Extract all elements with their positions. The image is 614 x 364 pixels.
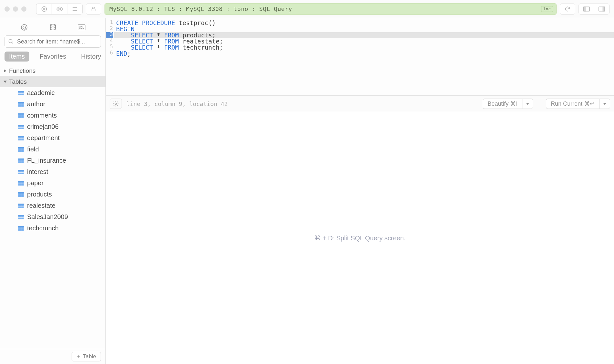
eye-icon [56, 5, 63, 13]
run-group: Run Current ⌘↩ [546, 99, 610, 109]
add-table-button[interactable]: Table [72, 352, 101, 361]
sql-editor[interactable]: 123456 CREATE PROCEDURE testproc()BEGIN … [106, 18, 614, 95]
beautify-button[interactable]: Beautify ⌘I [483, 99, 522, 109]
table-icon [18, 192, 24, 197]
toolbar-close-button[interactable] [36, 4, 52, 14]
connection-string: MySQL 8.0.12 : TLS : MySQL 3308 : tono :… [109, 5, 292, 12]
table-name: interest [27, 168, 48, 176]
table-name: academic [27, 89, 55, 97]
table-name: paper [27, 179, 44, 187]
table-item[interactable]: techcrunch [18, 223, 105, 234]
code-line[interactable]: END; [114, 51, 614, 57]
tree-section-tables[interactable]: Tables [0, 76, 105, 87]
svg-rect-46 [18, 161, 24, 161]
editor-code[interactable]: CREATE PROCEDURE testproc()BEGIN SELECT … [114, 18, 614, 95]
beautify-menu-button[interactable] [522, 99, 533, 109]
svg-point-1 [59, 8, 61, 10]
editor-status-bar: line 3, column 9, location 42 Beautify ⌘… [106, 95, 614, 112]
table-name: author [27, 101, 45, 108]
search-input[interactable] [16, 38, 97, 45]
sidebar-tab-items[interactable]: Items [5, 52, 29, 62]
table-item[interactable]: author [18, 99, 105, 110]
svg-rect-56 [18, 183, 24, 184]
app-window: MySQL 8.0.12 : TLS : MySQL 3308 : tono :… [0, 0, 614, 364]
sidebar-tab-favorites[interactable]: Favorites [35, 52, 71, 62]
traffic-zoom[interactable] [21, 6, 26, 12]
traffic-minimize[interactable] [13, 6, 18, 12]
sidebar-mode-icons: SQL [0, 18, 105, 35]
table-item[interactable]: SalesJan2009 [18, 211, 105, 223]
sidebar-tree: Functions Tables academicauthorcommentsc… [0, 65, 105, 349]
table-item[interactable]: FL_insurance [18, 155, 105, 166]
svg-rect-36 [18, 138, 24, 139]
search-field[interactable] [5, 35, 101, 48]
table-icon [18, 102, 24, 107]
tree-section-label: Functions [9, 67, 35, 74]
run-label: Run Current ⌘↩ [551, 100, 595, 107]
table-item[interactable]: paper [18, 177, 105, 189]
table-item[interactable]: comments [18, 110, 105, 121]
search-icon [8, 39, 14, 44]
svg-point-77 [115, 103, 117, 105]
table-item[interactable]: interest [18, 166, 105, 177]
sidebar-search-wrap [0, 35, 105, 52]
main-area: 123456 CREATE PROCEDURE testproc()BEGIN … [106, 18, 614, 364]
svg-rect-41 [18, 149, 24, 150]
cursor-location: line 3, column 9, location 42 [126, 101, 228, 107]
svg-rect-58 [18, 192, 24, 194]
code-line[interactable]: SELECT * FROM techcrunch; [114, 44, 614, 51]
svg-rect-33 [18, 136, 24, 137]
table-name: department [27, 134, 60, 142]
database-icon [49, 24, 57, 31]
svg-rect-71 [18, 217, 24, 217]
sidebar-tab-history[interactable]: History [76, 52, 105, 62]
table-item[interactable]: crimejan06 [18, 121, 105, 132]
chevron-down-icon [603, 102, 607, 106]
table-icon [18, 147, 24, 152]
table-icon [18, 204, 24, 208]
toolbar-left-pane-button[interactable] [579, 4, 594, 14]
results-pane: ⌘ + D: Split SQL Query screen. [106, 112, 614, 364]
toolbar-list-button[interactable] [67, 4, 83, 14]
table-name: crimejan06 [27, 123, 59, 130]
tree-section-label: Tables [9, 78, 27, 85]
sidebar-mode-database[interactable] [46, 23, 59, 32]
table-icon [18, 91, 24, 95]
table-name: techcrunch [27, 225, 59, 232]
toolbar-preview-button[interactable] [52, 4, 67, 14]
table-item[interactable]: field [18, 144, 105, 155]
connection-tag: loc [541, 6, 553, 12]
traffic-close[interactable] [5, 6, 10, 12]
run-button[interactable]: Run Current ⌘↩ [546, 99, 599, 109]
sidebar-footer: Table [0, 349, 105, 364]
svg-rect-16 [18, 93, 24, 93]
svg-rect-61 [18, 195, 24, 195]
chevron-down-icon [526, 102, 530, 106]
table-icon [18, 158, 24, 163]
table-icon [18, 226, 24, 231]
beautify-label: Beautify ⌘I [488, 100, 518, 107]
toolbar-refresh-button[interactable] [560, 4, 575, 14]
sidebar-mode-sql[interactable]: SQL [75, 23, 88, 32]
connection-bar[interactable]: MySQL 8.0.12 : TLS : MySQL 3308 : tono :… [104, 3, 557, 15]
table-item[interactable]: department [18, 132, 105, 144]
tree-section-functions[interactable]: Functions [0, 65, 105, 76]
table-item[interactable]: products [18, 189, 105, 200]
table-name: FL_insurance [27, 157, 66, 164]
code-line[interactable]: CREATE PROCEDURE testproc() [114, 20, 614, 26]
table-item[interactable]: realestate [18, 200, 105, 211]
run-menu-button[interactable] [599, 99, 610, 109]
svg-rect-63 [18, 204, 24, 205]
svg-rect-26 [18, 116, 24, 116]
table-item[interactable]: academic [18, 87, 105, 99]
editor-gutter: 123456 [106, 18, 114, 95]
table-icon [18, 215, 24, 219]
toolbar-right-pane-button[interactable] [594, 4, 609, 14]
svg-rect-51 [18, 172, 24, 172]
gear-icon [113, 101, 119, 107]
sidebar-mode-plug[interactable] [18, 23, 31, 32]
toolbar-lock-button[interactable] [86, 4, 101, 14]
editor-settings-button[interactable] [110, 99, 122, 109]
sidebar-tabs: Items Favorites History [0, 52, 105, 65]
pane-left-icon [583, 6, 590, 12]
